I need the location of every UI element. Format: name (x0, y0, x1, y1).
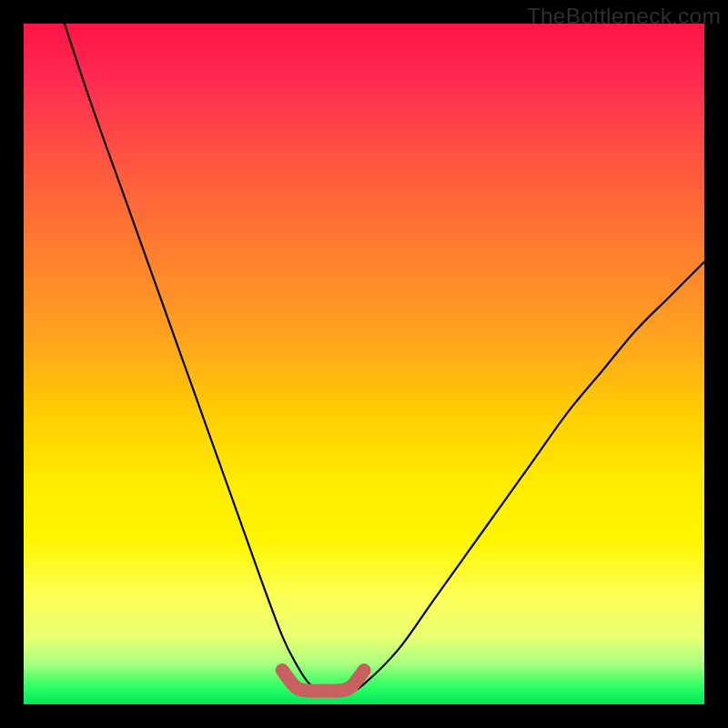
chart-svg (24, 24, 704, 704)
watermark-text: TheBottleneck.com (527, 4, 721, 29)
bottleneck-curve (65, 24, 704, 692)
highlight-flat-bottom (282, 671, 364, 692)
chart-frame: TheBottleneck.com (0, 0, 728, 728)
plot-area (24, 24, 704, 704)
